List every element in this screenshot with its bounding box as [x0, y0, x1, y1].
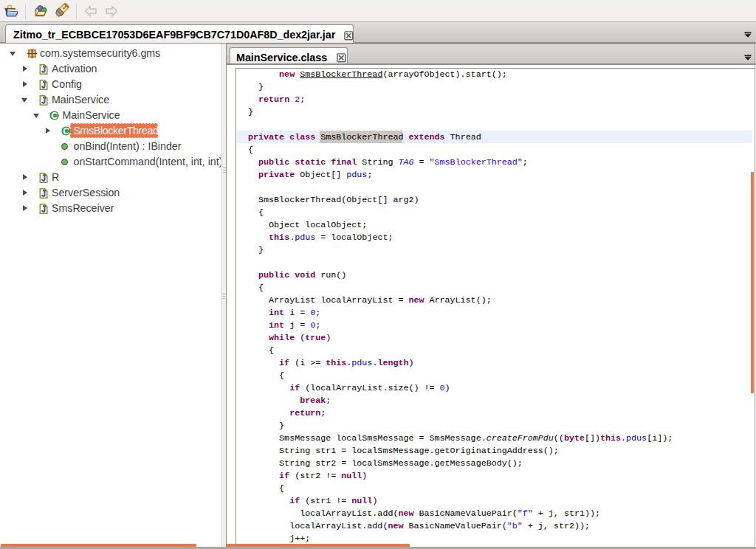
svg-text:C: C: [63, 126, 69, 136]
svg-text:C: C: [51, 111, 58, 120]
